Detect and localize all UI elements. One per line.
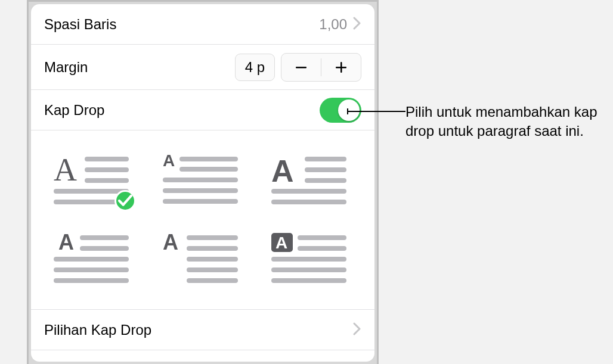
svg-rect-32 [187, 278, 238, 283]
svg-rect-29 [187, 246, 238, 251]
line-spacing-label: Spasi Baris [44, 16, 116, 33]
svg-rect-4 [85, 167, 129, 172]
margin-row: Margin 4 p [31, 45, 374, 90]
margin-stepper [281, 53, 361, 82]
chevron-right-icon [353, 17, 361, 32]
toggle-knob [338, 99, 360, 121]
svg-rect-35 [271, 257, 346, 262]
settings-panel-frame: Spasi Baris 1,00 Margin 4 p [27, 0, 379, 364]
svg-text:A: A [163, 233, 178, 254]
svg-rect-36 [271, 267, 346, 272]
drop-cap-toggle[interactable] [320, 98, 361, 123]
margin-value-field[interactable]: 4 p [235, 54, 275, 81]
svg-rect-37 [271, 278, 346, 283]
line-spacing-value: 1,00 [319, 16, 347, 33]
callout-leader-line [347, 111, 405, 112]
svg-rect-14 [163, 199, 238, 204]
svg-rect-33 [298, 235, 346, 240]
svg-rect-13 [163, 188, 238, 193]
svg-rect-19 [271, 200, 346, 204]
svg-rect-2 [340, 62, 342, 73]
svg-rect-5 [85, 178, 129, 183]
svg-rect-3 [85, 157, 129, 161]
drop-cap-style-2[interactable]: A [163, 153, 238, 204]
svg-rect-24 [54, 257, 129, 262]
svg-rect-26 [54, 278, 129, 283]
svg-rect-22 [80, 235, 129, 240]
line-spacing-row[interactable]: Spasi Baris 1,00 [31, 4, 374, 45]
svg-text:A: A [58, 233, 74, 254]
svg-rect-11 [179, 167, 238, 172]
margin-label: Margin [44, 59, 88, 76]
drop-cap-style-5[interactable]: A [163, 233, 238, 284]
drop-cap-style-6[interactable]: A [271, 233, 346, 284]
svg-rect-18 [271, 189, 346, 194]
svg-rect-25 [54, 267, 129, 272]
margin-minus-button[interactable] [281, 54, 321, 81]
drop-cap-style-4[interactable]: A [54, 233, 129, 284]
svg-rect-15 [305, 157, 346, 161]
svg-rect-16 [305, 167, 346, 172]
drop-cap-row: Kap Drop [31, 90, 374, 130]
svg-text:A: A [163, 153, 175, 170]
drop-cap-label: Kap Drop [44, 102, 104, 119]
svg-rect-17 [305, 178, 346, 183]
drop-cap-style-3[interactable]: A [271, 153, 346, 204]
svg-rect-28 [187, 235, 238, 240]
drop-cap-options-label: Pilihan Kap Drop [44, 322, 151, 338]
drop-cap-style-1[interactable]: A [54, 153, 129, 204]
callout-text: Pilih untuk menambahkan kap drop untuk p… [405, 102, 602, 141]
margin-controls: 4 p [235, 53, 361, 82]
svg-rect-30 [187, 257, 238, 262]
margin-plus-button[interactable] [321, 54, 361, 81]
svg-rect-34 [298, 246, 346, 251]
settings-panel: Spasi Baris 1,00 Margin 4 p [31, 4, 374, 362]
svg-rect-31 [187, 267, 238, 272]
svg-rect-10 [179, 157, 238, 161]
svg-rect-12 [163, 178, 238, 182]
drop-cap-options-row[interactable]: Pilihan Kap Drop [31, 310, 374, 350]
chevron-right-icon [353, 322, 361, 338]
svg-text:A: A [271, 154, 294, 188]
svg-rect-0 [296, 67, 306, 69]
svg-rect-23 [80, 246, 129, 251]
svg-text:A: A [54, 153, 77, 188]
svg-text:A: A [275, 234, 287, 252]
drop-cap-styles-grid: A A [31, 130, 374, 310]
line-spacing-value-wrap: 1,00 [319, 16, 361, 33]
checkmark-icon [114, 190, 136, 211]
